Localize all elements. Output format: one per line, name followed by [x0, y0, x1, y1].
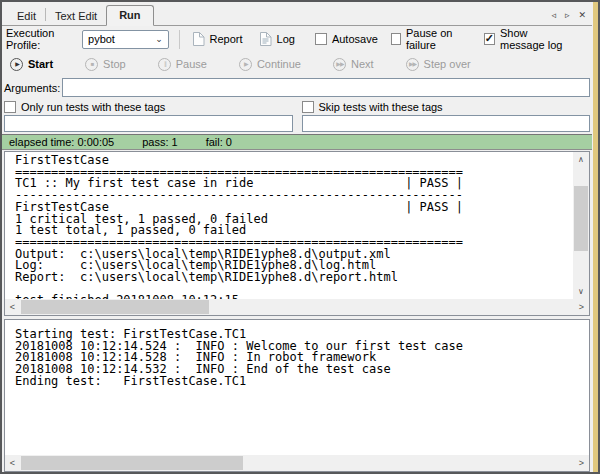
continue-icon: ▶: [239, 58, 252, 71]
checkbox-pause-on-failure[interactable]: Pause on failure: [391, 27, 471, 51]
log-button[interactable]: Log: [255, 30, 299, 48]
arguments-input[interactable]: [62, 78, 590, 97]
scroll-right-icon[interactable]: >: [574, 455, 589, 471]
message-log-horizontal-scrollbar[interactable]: < >: [5, 455, 589, 471]
stop-icon: ■: [85, 58, 98, 71]
scroll-tabs-left-icon[interactable]: ◃: [551, 11, 556, 20]
pause-button[interactable]: ∥ Pause: [158, 58, 207, 71]
continue-button[interactable]: ▶ Continue: [239, 58, 301, 71]
skip-tags-column: Skip tests with these tags: [302, 100, 591, 132]
pass-count: pass: 1: [142, 136, 177, 148]
ride-run-window: Edit Text Edit Run ◃ ▹ ✕ Execution Profi…: [0, 0, 600, 474]
message-log-text: Starting test: FirstTestCase.TC1 2018100…: [5, 320, 589, 455]
scroll-left-icon[interactable]: <: [5, 455, 20, 471]
checkbox-icon: [391, 33, 401, 45]
pause-button-label: Pause: [176, 58, 207, 70]
scrollbar-thumb[interactable]: [21, 456, 243, 470]
checkbox-autosave[interactable]: Autosave: [315, 33, 378, 45]
report-button-label: Report: [210, 33, 243, 45]
scrollbar-track[interactable]: [573, 167, 589, 284]
scrollbar-track[interactable]: [20, 299, 574, 315]
start-button-label: Start: [28, 58, 53, 70]
console-horizontal-scrollbar[interactable]: < >: [5, 299, 589, 315]
console-output-text: FirstTestCase ==========================…: [5, 152, 573, 299]
message-log-panel: Starting test: FirstTestCase.TC1 2018100…: [4, 319, 590, 472]
checkbox-show-message-log[interactable]: Show message log: [484, 27, 575, 51]
stop-button-label: Stop: [103, 58, 126, 70]
scroll-up-icon[interactable]: ∧: [573, 152, 589, 167]
tab-text-edit[interactable]: Text Edit: [46, 7, 106, 25]
close-icon[interactable]: ✕: [578, 11, 586, 20]
scroll-down-icon[interactable]: ∨: [573, 284, 589, 299]
elapsed-time: elapsed time: 0:00:05: [9, 136, 114, 148]
tab-nav-controls: ◃ ▹ ✕: [551, 11, 586, 20]
report-page-icon: [192, 32, 205, 46]
fail-count: fail: 0: [206, 136, 232, 148]
run-controls-toolbar: ▶ Start ■ Stop ∥ Pause ▶ Continue ▶▶ Nex…: [2, 52, 592, 76]
tag-filters-row: Only run tests with these tags Skip test…: [2, 99, 592, 132]
stop-button[interactable]: ■ Stop: [85, 58, 126, 71]
checkbox-icon: [302, 101, 314, 113]
pause-icon: ∥: [158, 58, 171, 71]
play-icon: ▶: [10, 58, 23, 71]
next-button[interactable]: ▶▶ Next: [333, 58, 374, 71]
step-over-button-label: Step over: [424, 58, 471, 70]
checkbox-icon: [4, 101, 16, 113]
scrollbar-thumb[interactable]: [21, 300, 209, 314]
checkbox-autosave-label: Autosave: [332, 33, 378, 45]
execution-profile-value: pybot: [88, 33, 115, 45]
only-tags-input[interactable]: [4, 115, 293, 132]
scroll-right-icon[interactable]: >: [574, 299, 589, 315]
tab-run[interactable]: Run: [106, 5, 153, 26]
window-edge-strip: [593, 2, 598, 472]
console-output-panel: FirstTestCase ==========================…: [4, 151, 590, 316]
tab-edit[interactable]: Edit: [8, 7, 45, 25]
skip-tags-input[interactable]: [302, 115, 591, 132]
scrollbar-track[interactable]: [20, 455, 574, 471]
checkbox-skip-tags[interactable]: Skip tests with these tags: [302, 100, 591, 114]
execution-profile-label: Execution Profile:: [6, 27, 77, 51]
checkbox-show-message-log-label: Show message log: [500, 27, 575, 51]
scroll-tabs-right-icon[interactable]: ▹: [565, 11, 570, 20]
skip-tags-label: Skip tests with these tags: [319, 101, 443, 113]
scroll-left-icon[interactable]: <: [5, 299, 20, 315]
step-over-button[interactable]: ▶▶ Step over: [406, 58, 471, 71]
log-button-label: Log: [277, 33, 295, 45]
scrollbar-thumb[interactable]: [574, 186, 588, 252]
console-vertical-scrollbar[interactable]: ∧ ∨: [573, 152, 589, 299]
arguments-label: Arguments:: [4, 82, 62, 94]
continue-button-label: Continue: [257, 58, 301, 70]
tab-bar: Edit Text Edit Run ◃ ▹ ✕: [2, 2, 592, 26]
toolbar-separator: [179, 30, 180, 49]
execution-profile-select[interactable]: pybot ⌄: [82, 30, 169, 49]
only-tags-label: Only run tests with these tags: [21, 101, 165, 113]
checkmark-icon: [484, 33, 495, 45]
next-button-label: Next: [351, 58, 374, 70]
execution-toolbar: Execution Profile: pybot ⌄ Report Log Au…: [2, 26, 592, 52]
step-over-icon: ▶▶: [406, 58, 419, 71]
run-status-bar: elapsed time: 0:00:05 pass: 1 fail: 0: [2, 134, 592, 150]
chevron-down-icon: ⌄: [155, 34, 163, 44]
report-button[interactable]: Report: [188, 30, 247, 48]
checkbox-only-run-tags[interactable]: Only run tests with these tags: [4, 100, 293, 114]
arguments-row: Arguments:: [2, 76, 592, 99]
skip-forward-icon: ▶▶: [333, 58, 346, 71]
only-tags-column: Only run tests with these tags: [4, 100, 293, 132]
checkbox-pause-on-failure-label: Pause on failure: [406, 27, 471, 51]
checkbox-icon: [315, 33, 327, 45]
log-page-icon: [259, 32, 272, 46]
start-button[interactable]: ▶ Start: [10, 58, 53, 71]
